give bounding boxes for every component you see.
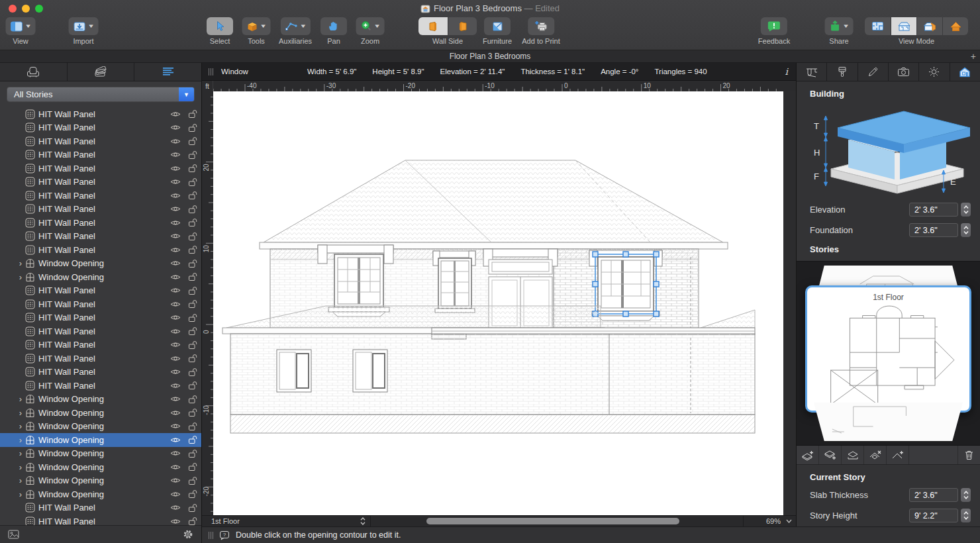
- lock-icon[interactable]: [184, 218, 201, 227]
- object-row-wall-panel[interactable]: HIT Wall Panel: [0, 162, 201, 175]
- story-filter-dropdown[interactable]: All Stories ▼: [7, 87, 195, 102]
- document-tab[interactable]: Floor Plan 3 Bedrooms: [450, 52, 531, 61]
- lock-icon[interactable]: [184, 503, 201, 513]
- visibility-eye-icon[interactable]: [167, 504, 184, 511]
- visibility-eye-icon[interactable]: [167, 124, 184, 131]
- object-row-window-opening[interactable]: ›Window Opening: [0, 460, 201, 474]
- visibility-eye-icon[interactable]: [167, 314, 184, 321]
- object-row-window-opening[interactable]: ›Window Opening: [0, 420, 201, 434]
- object-row-wall-panel[interactable]: HIT Wall Panel: [0, 230, 201, 244]
- visibility-eye-icon[interactable]: [167, 518, 184, 525]
- elevation-stepper[interactable]: [961, 203, 971, 217]
- object-row-wall-panel[interactable]: HIT Wall Panel: [0, 352, 201, 366]
- object-row-wall-panel[interactable]: HIT Wall Panel: [0, 203, 201, 217]
- wall-side-right-segment[interactable]: [448, 17, 477, 35]
- lock-icon[interactable]: [184, 435, 201, 444]
- furniture-button[interactable]: [484, 17, 511, 35]
- object-row-window-opening[interactable]: ›Window Opening: [0, 270, 201, 284]
- object-row-wall-panel[interactable]: HIT Wall Panel: [0, 297, 201, 311]
- gear-icon[interactable]: [183, 529, 193, 540]
- lock-icon[interactable]: [184, 299, 201, 309]
- object-row-window-opening[interactable]: ›Window Opening: [0, 433, 201, 447]
- inspector-tab-building[interactable]: [950, 63, 980, 81]
- zoom-level-control[interactable]: 69%: [743, 516, 796, 526]
- lock-icon[interactable]: [184, 164, 201, 173]
- lock-icon[interactable]: [184, 368, 201, 377]
- feedback-button[interactable]: [761, 17, 787, 35]
- status-bar-grip[interactable]: [209, 532, 213, 539]
- object-row-wall-panel[interactable]: HIT Wall Panel: [0, 338, 201, 352]
- disclosure-chevron-icon[interactable]: ›: [16, 272, 25, 282]
- lock-icon[interactable]: [184, 313, 201, 322]
- object-row-wall-panel[interactable]: HIT Wall Panel: [0, 148, 201, 162]
- lock-icon[interactable]: [184, 259, 201, 268]
- select-tool-button[interactable]: [207, 17, 233, 35]
- inspector-tab-materials[interactable]: [827, 63, 858, 81]
- lock-icon[interactable]: [184, 245, 201, 254]
- object-row-wall-panel[interactable]: HIT Wall Panel: [0, 175, 201, 189]
- split-story-button[interactable]: [842, 446, 864, 464]
- horizontal-scrollbar-thumb[interactable]: [426, 518, 679, 524]
- lock-icon[interactable]: [184, 191, 201, 200]
- visibility-eye-icon[interactable]: [167, 151, 184, 158]
- disclosure-chevron-icon[interactable]: ›: [16, 475, 25, 485]
- add-story-above-button[interactable]: [797, 446, 819, 464]
- lock-icon[interactable]: [184, 476, 201, 485]
- object-row-wall-panel[interactable]: HIT Wall Panel: [0, 311, 201, 325]
- visibility-eye-icon[interactable]: [167, 273, 184, 281]
- object-row-window-opening[interactable]: ›Window Opening: [0, 474, 201, 488]
- view-button[interactable]: ▼: [6, 17, 36, 35]
- object-row-wall-panel[interactable]: HIT Wall Panel: [0, 515, 201, 525]
- disclosure-chevron-icon[interactable]: ›: [16, 408, 25, 418]
- wall-side-left-segment[interactable]: [418, 17, 448, 35]
- visibility-eye-icon[interactable]: [167, 477, 184, 484]
- sidebar-tab-object-list[interactable]: [134, 63, 201, 81]
- disclosure-chevron-icon[interactable]: ›: [16, 462, 25, 472]
- object-row-wall-panel[interactable]: HIT Wall Panel: [0, 189, 201, 203]
- object-row-wall-panel[interactable]: HIT Wall Panel: [0, 243, 201, 257]
- view-mode-3d-segment[interactable]: [916, 17, 942, 35]
- info-icon[interactable]: i: [785, 66, 789, 77]
- add-story-below-button[interactable]: [819, 446, 842, 464]
- lock-icon[interactable]: [184, 462, 201, 471]
- view-mode-2d-plan-segment[interactable]: [865, 17, 891, 35]
- lock-icon[interactable]: [184, 395, 201, 404]
- image-export-icon[interactable]: [8, 530, 19, 539]
- object-row-wall-panel[interactable]: HIT Wall Panel: [0, 107, 201, 121]
- object-row-wall-panel[interactable]: HIT Wall Panel: [0, 216, 201, 230]
- disclosure-chevron-icon[interactable]: ›: [16, 435, 25, 445]
- lock-icon[interactable]: [184, 340, 201, 350]
- visibility-eye-icon[interactable]: [167, 355, 184, 362]
- inspector-tab-edit[interactable]: [858, 63, 889, 81]
- remove-roof-button[interactable]: [864, 446, 887, 464]
- lock-icon[interactable]: [184, 272, 201, 281]
- story-card-below[interactable]: [814, 403, 963, 441]
- disclosure-chevron-icon[interactable]: ›: [16, 258, 25, 268]
- add-roof-button[interactable]: [887, 446, 909, 464]
- info-bar-grip[interactable]: [209, 68, 213, 75]
- object-row-window-opening[interactable]: ›Window Opening: [0, 393, 201, 407]
- zoom-tool-button[interactable]: ▼: [356, 17, 385, 35]
- lock-icon[interactable]: [184, 422, 201, 431]
- lock-icon[interactable]: [184, 123, 201, 132]
- visibility-eye-icon[interactable]: [167, 111, 184, 118]
- disclosure-chevron-icon[interactable]: ›: [16, 489, 25, 499]
- lock-icon[interactable]: [184, 286, 201, 295]
- visibility-eye-icon[interactable]: [167, 192, 184, 199]
- inspector-tab-dimensions[interactable]: [797, 63, 827, 81]
- visibility-eye-icon[interactable]: [167, 436, 184, 444]
- object-row-window-opening[interactable]: ›Window Opening: [0, 257, 201, 271]
- object-row-wall-panel[interactable]: HIT Wall Panel: [0, 379, 201, 393]
- elevation-field[interactable]: 2' 3.6": [909, 203, 958, 217]
- foundation-field[interactable]: 2' 3.6": [909, 223, 958, 237]
- view-mode-elevation-segment[interactable]: [891, 17, 916, 35]
- visibility-eye-icon[interactable]: [167, 165, 184, 172]
- lock-icon[interactable]: [184, 449, 201, 458]
- drawing-canvas[interactable]: [213, 91, 783, 515]
- object-row-wall-panel[interactable]: HIT Wall Panel: [0, 501, 201, 515]
- disclosure-chevron-icon[interactable]: ›: [16, 448, 25, 458]
- pan-tool-button[interactable]: [320, 17, 347, 35]
- visibility-eye-icon[interactable]: [167, 491, 184, 498]
- story-height-field[interactable]: 9' 2.2": [909, 509, 958, 522]
- visibility-eye-icon[interactable]: [167, 341, 184, 348]
